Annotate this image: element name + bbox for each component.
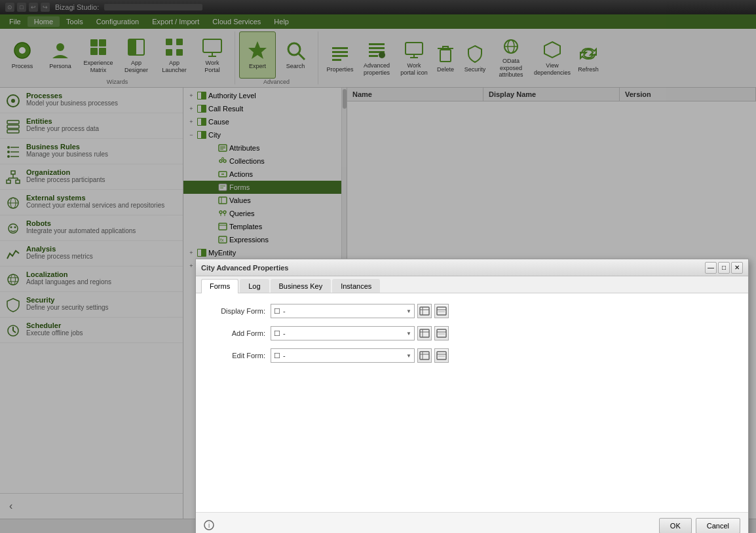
modal-overlay: City Advanced Properties — □ ✕ Forms Log… <box>0 0 756 533</box>
edit-form-select-wrapper: ☐ - ▼ <box>271 348 738 363</box>
modal-tab-forms[interactable]: Forms <box>201 279 238 293</box>
svg-rect-114 <box>420 352 429 359</box>
modal-cancel-btn[interactable]: Cancel <box>696 518 740 533</box>
add-form-view-btn[interactable] <box>434 326 449 340</box>
display-form-edit-btn[interactable] <box>417 304 432 318</box>
modal-footer: i OK Cancel <box>196 512 748 533</box>
display-form-checkbox: ☐ <box>274 307 280 316</box>
form-row-add: Add Form: ☐ - ▼ <box>206 326 738 340</box>
svg-rect-119 <box>438 356 445 357</box>
add-form-label: Add Form: <box>206 329 265 337</box>
edit-form-label: Edit Form: <box>206 352 265 359</box>
display-form-label: Display Form: <box>206 307 265 315</box>
modal-minimize-btn[interactable]: — <box>705 262 717 274</box>
svg-rect-113 <box>438 333 445 335</box>
modal-tabs: Forms Log Business Key Instances <box>196 276 748 293</box>
modal-empty-space <box>206 371 738 502</box>
edit-form-checkbox: ☐ <box>274 352 280 360</box>
edit-form-dropdown-icon: ▼ <box>406 353 411 359</box>
svg-rect-108 <box>420 329 429 337</box>
svg-text:i: i <box>208 522 210 529</box>
modal-tab-instances[interactable]: Instances <box>332 279 380 293</box>
modal-titlebar: City Advanced Properties — □ ✕ <box>196 259 748 276</box>
modal-tab-business-key[interactable]: Business Key <box>271 279 331 293</box>
modal-city-advanced-properties: City Advanced Properties — □ ✕ Forms Log… <box>195 259 749 533</box>
add-form-checkbox: ☐ <box>274 329 280 338</box>
modal-footer-info: i <box>204 520 214 532</box>
edit-form-value: - <box>283 352 406 359</box>
add-form-select-wrapper: ☐ - ▼ <box>271 326 738 340</box>
add-form-dropdown-icon: ▼ <box>406 331 411 337</box>
add-form-edit-btn[interactable] <box>417 326 432 340</box>
add-form-value: - <box>283 329 406 337</box>
modal-body: Display Form: ☐ - ▼ Add F <box>196 293 748 512</box>
svg-rect-107 <box>438 311 445 312</box>
modal-controls: — □ ✕ <box>705 262 743 274</box>
display-form-view-btn[interactable] <box>434 304 449 318</box>
edit-form-edit-btn[interactable] <box>417 348 432 363</box>
edit-form-view-btn[interactable] <box>434 348 449 363</box>
modal-ok-btn[interactable]: OK <box>659 518 692 533</box>
display-form-value: - <box>283 307 406 315</box>
modal-tab-log[interactable]: Log <box>240 279 269 293</box>
display-form-select[interactable]: ☐ - ▼ <box>271 304 415 318</box>
modal-close-btn[interactable]: ✕ <box>731 262 743 274</box>
edit-form-select[interactable]: ☐ - ▼ <box>271 348 415 363</box>
svg-rect-102 <box>420 307 429 315</box>
display-form-dropdown-icon: ▼ <box>406 308 411 314</box>
form-row-display: Display Form: ☐ - ▼ <box>206 304 738 318</box>
add-form-select[interactable]: ☐ - ▼ <box>271 326 415 340</box>
modal-title: City Advanced Properties <box>201 264 705 272</box>
display-form-select-wrapper: ☐ - ▼ <box>271 304 738 318</box>
form-row-edit: Edit Form: ☐ - ▼ <box>206 348 738 363</box>
modal-maximize-btn[interactable]: □ <box>718 262 730 274</box>
